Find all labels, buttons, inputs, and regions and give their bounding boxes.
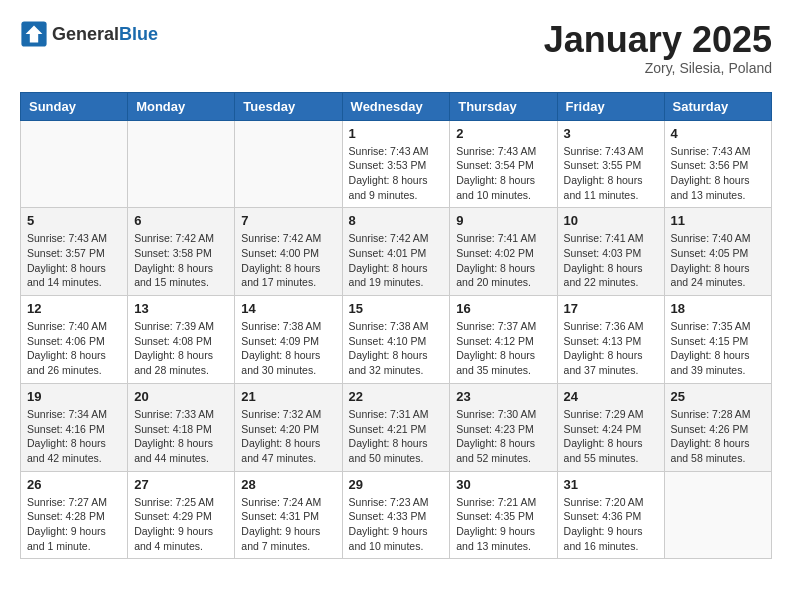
day-info: Sunrise: 7:28 AMSunset: 4:26 PMDaylight:… bbox=[671, 407, 765, 466]
calendar-cell: 26Sunrise: 7:27 AMSunset: 4:28 PMDayligh… bbox=[21, 471, 128, 559]
day-number: 12 bbox=[27, 301, 121, 316]
calendar-cell bbox=[21, 120, 128, 208]
calendar-cell: 5Sunrise: 7:43 AMSunset: 3:57 PMDaylight… bbox=[21, 208, 128, 296]
day-number: 4 bbox=[671, 126, 765, 141]
calendar-cell: 25Sunrise: 7:28 AMSunset: 4:26 PMDayligh… bbox=[664, 383, 771, 471]
day-header-friday: Friday bbox=[557, 92, 664, 120]
location-title: Zory, Silesia, Poland bbox=[544, 60, 772, 76]
day-number: 13 bbox=[134, 301, 228, 316]
day-info: Sunrise: 7:43 AMSunset: 3:56 PMDaylight:… bbox=[671, 144, 765, 203]
day-info: Sunrise: 7:31 AMSunset: 4:21 PMDaylight:… bbox=[349, 407, 444, 466]
day-info: Sunrise: 7:42 AMSunset: 3:58 PMDaylight:… bbox=[134, 231, 228, 290]
day-info: Sunrise: 7:41 AMSunset: 4:02 PMDaylight:… bbox=[456, 231, 550, 290]
day-header-sunday: Sunday bbox=[21, 92, 128, 120]
day-number: 31 bbox=[564, 477, 658, 492]
calendar-cell: 12Sunrise: 7:40 AMSunset: 4:06 PMDayligh… bbox=[21, 296, 128, 384]
calendar-cell: 21Sunrise: 7:32 AMSunset: 4:20 PMDayligh… bbox=[235, 383, 342, 471]
day-number: 22 bbox=[349, 389, 444, 404]
day-info: Sunrise: 7:42 AMSunset: 4:00 PMDaylight:… bbox=[241, 231, 335, 290]
calendar-cell bbox=[128, 120, 235, 208]
calendar-week-row: 26Sunrise: 7:27 AMSunset: 4:28 PMDayligh… bbox=[21, 471, 772, 559]
day-info: Sunrise: 7:30 AMSunset: 4:23 PMDaylight:… bbox=[456, 407, 550, 466]
day-info: Sunrise: 7:34 AMSunset: 4:16 PMDaylight:… bbox=[27, 407, 121, 466]
day-number: 3 bbox=[564, 126, 658, 141]
logo: GeneralBlue bbox=[20, 20, 158, 48]
day-header-tuesday: Tuesday bbox=[235, 92, 342, 120]
day-number: 11 bbox=[671, 213, 765, 228]
calendar-cell: 2Sunrise: 7:43 AMSunset: 3:54 PMDaylight… bbox=[450, 120, 557, 208]
calendar-cell: 4Sunrise: 7:43 AMSunset: 3:56 PMDaylight… bbox=[664, 120, 771, 208]
logo-text-general: General bbox=[52, 24, 119, 44]
calendar-table: SundayMondayTuesdayWednesdayThursdayFrid… bbox=[20, 92, 772, 560]
calendar-cell: 23Sunrise: 7:30 AMSunset: 4:23 PMDayligh… bbox=[450, 383, 557, 471]
calendar-cell bbox=[664, 471, 771, 559]
calendar-cell: 9Sunrise: 7:41 AMSunset: 4:02 PMDaylight… bbox=[450, 208, 557, 296]
day-info: Sunrise: 7:21 AMSunset: 4:35 PMDaylight:… bbox=[456, 495, 550, 554]
calendar-cell: 20Sunrise: 7:33 AMSunset: 4:18 PMDayligh… bbox=[128, 383, 235, 471]
day-number: 21 bbox=[241, 389, 335, 404]
day-number: 9 bbox=[456, 213, 550, 228]
day-number: 15 bbox=[349, 301, 444, 316]
day-number: 24 bbox=[564, 389, 658, 404]
calendar-cell: 28Sunrise: 7:24 AMSunset: 4:31 PMDayligh… bbox=[235, 471, 342, 559]
day-number: 30 bbox=[456, 477, 550, 492]
calendar-cell: 19Sunrise: 7:34 AMSunset: 4:16 PMDayligh… bbox=[21, 383, 128, 471]
day-info: Sunrise: 7:27 AMSunset: 4:28 PMDaylight:… bbox=[27, 495, 121, 554]
day-number: 16 bbox=[456, 301, 550, 316]
day-info: Sunrise: 7:20 AMSunset: 4:36 PMDaylight:… bbox=[564, 495, 658, 554]
day-info: Sunrise: 7:40 AMSunset: 4:06 PMDaylight:… bbox=[27, 319, 121, 378]
day-number: 10 bbox=[564, 213, 658, 228]
day-header-thursday: Thursday bbox=[450, 92, 557, 120]
calendar-week-row: 5Sunrise: 7:43 AMSunset: 3:57 PMDaylight… bbox=[21, 208, 772, 296]
day-number: 6 bbox=[134, 213, 228, 228]
day-info: Sunrise: 7:37 AMSunset: 4:12 PMDaylight:… bbox=[456, 319, 550, 378]
day-number: 25 bbox=[671, 389, 765, 404]
day-number: 18 bbox=[671, 301, 765, 316]
day-header-saturday: Saturday bbox=[664, 92, 771, 120]
calendar-week-row: 19Sunrise: 7:34 AMSunset: 4:16 PMDayligh… bbox=[21, 383, 772, 471]
calendar-cell: 8Sunrise: 7:42 AMSunset: 4:01 PMDaylight… bbox=[342, 208, 450, 296]
month-title: January 2025 bbox=[544, 20, 772, 60]
calendar-cell: 22Sunrise: 7:31 AMSunset: 4:21 PMDayligh… bbox=[342, 383, 450, 471]
day-info: Sunrise: 7:29 AMSunset: 4:24 PMDaylight:… bbox=[564, 407, 658, 466]
calendar-cell: 27Sunrise: 7:25 AMSunset: 4:29 PMDayligh… bbox=[128, 471, 235, 559]
day-number: 8 bbox=[349, 213, 444, 228]
day-info: Sunrise: 7:36 AMSunset: 4:13 PMDaylight:… bbox=[564, 319, 658, 378]
day-header-wednesday: Wednesday bbox=[342, 92, 450, 120]
calendar-cell: 3Sunrise: 7:43 AMSunset: 3:55 PMDaylight… bbox=[557, 120, 664, 208]
day-number: 28 bbox=[241, 477, 335, 492]
day-number: 26 bbox=[27, 477, 121, 492]
day-info: Sunrise: 7:39 AMSunset: 4:08 PMDaylight:… bbox=[134, 319, 228, 378]
day-info: Sunrise: 7:35 AMSunset: 4:15 PMDaylight:… bbox=[671, 319, 765, 378]
day-number: 17 bbox=[564, 301, 658, 316]
calendar-cell: 24Sunrise: 7:29 AMSunset: 4:24 PMDayligh… bbox=[557, 383, 664, 471]
calendar-cell: 18Sunrise: 7:35 AMSunset: 4:15 PMDayligh… bbox=[664, 296, 771, 384]
day-info: Sunrise: 7:38 AMSunset: 4:10 PMDaylight:… bbox=[349, 319, 444, 378]
calendar-cell: 1Sunrise: 7:43 AMSunset: 3:53 PMDaylight… bbox=[342, 120, 450, 208]
logo-icon bbox=[20, 20, 48, 48]
day-info: Sunrise: 7:43 AMSunset: 3:55 PMDaylight:… bbox=[564, 144, 658, 203]
day-number: 1 bbox=[349, 126, 444, 141]
day-info: Sunrise: 7:23 AMSunset: 4:33 PMDaylight:… bbox=[349, 495, 444, 554]
calendar-week-row: 1Sunrise: 7:43 AMSunset: 3:53 PMDaylight… bbox=[21, 120, 772, 208]
day-info: Sunrise: 7:43 AMSunset: 3:57 PMDaylight:… bbox=[27, 231, 121, 290]
calendar-cell: 31Sunrise: 7:20 AMSunset: 4:36 PMDayligh… bbox=[557, 471, 664, 559]
day-info: Sunrise: 7:43 AMSunset: 3:53 PMDaylight:… bbox=[349, 144, 444, 203]
calendar-cell: 10Sunrise: 7:41 AMSunset: 4:03 PMDayligh… bbox=[557, 208, 664, 296]
calendar-cell: 17Sunrise: 7:36 AMSunset: 4:13 PMDayligh… bbox=[557, 296, 664, 384]
calendar-cell: 7Sunrise: 7:42 AMSunset: 4:00 PMDaylight… bbox=[235, 208, 342, 296]
title-block: January 2025 Zory, Silesia, Poland bbox=[544, 20, 772, 76]
day-number: 14 bbox=[241, 301, 335, 316]
calendar-cell: 16Sunrise: 7:37 AMSunset: 4:12 PMDayligh… bbox=[450, 296, 557, 384]
calendar-cell: 14Sunrise: 7:38 AMSunset: 4:09 PMDayligh… bbox=[235, 296, 342, 384]
calendar-cell: 6Sunrise: 7:42 AMSunset: 3:58 PMDaylight… bbox=[128, 208, 235, 296]
day-header-monday: Monday bbox=[128, 92, 235, 120]
day-info: Sunrise: 7:42 AMSunset: 4:01 PMDaylight:… bbox=[349, 231, 444, 290]
day-info: Sunrise: 7:38 AMSunset: 4:09 PMDaylight:… bbox=[241, 319, 335, 378]
day-info: Sunrise: 7:33 AMSunset: 4:18 PMDaylight:… bbox=[134, 407, 228, 466]
day-number: 29 bbox=[349, 477, 444, 492]
calendar-cell bbox=[235, 120, 342, 208]
day-number: 5 bbox=[27, 213, 121, 228]
calendar-cell: 13Sunrise: 7:39 AMSunset: 4:08 PMDayligh… bbox=[128, 296, 235, 384]
logo-text-blue: Blue bbox=[119, 24, 158, 44]
